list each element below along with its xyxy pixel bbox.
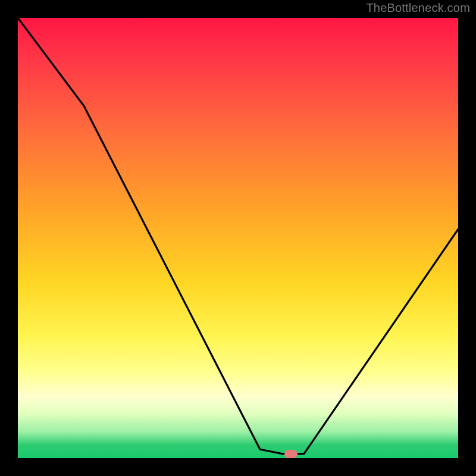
watermark-text: TheBottleneck.com bbox=[366, 1, 470, 15]
optimal-point-marker bbox=[284, 450, 298, 458]
chart-frame: TheBottleneck.com bbox=[0, 0, 476, 476]
bottleneck-curve-path bbox=[18, 18, 458, 454]
plot-area bbox=[18, 18, 458, 458]
curve-svg bbox=[18, 18, 458, 458]
